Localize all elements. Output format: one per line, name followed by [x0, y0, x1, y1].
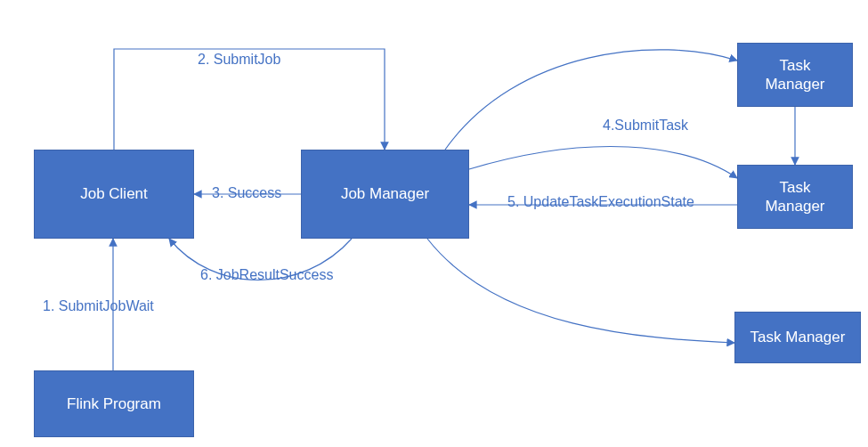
node-label: Job Client — [80, 184, 148, 203]
node-task-manager-mid: Task Manager — [737, 165, 853, 229]
label-submitjobwait: 1. SubmitJobWait — [43, 298, 154, 314]
node-label: Task Manager — [750, 328, 846, 346]
node-job-manager: Job Manager — [301, 150, 469, 239]
node-label: Task Manager — [765, 178, 824, 216]
label-success: 3. Success — [212, 185, 281, 201]
node-label: Flink Program — [67, 394, 161, 413]
label-updatetaskexecutionstate: 5. UpdateTaskExecutionState — [507, 194, 694, 210]
node-job-client: Job Client — [34, 150, 194, 239]
node-task-manager-bot: Task Manager — [734, 312, 861, 363]
label-submittask: 4.SubmitTask — [603, 118, 688, 134]
node-label: Job Manager — [341, 184, 429, 203]
edge-submittask-top — [445, 50, 737, 150]
edge-submittask-bot — [427, 239, 734, 343]
node-task-manager-top: Task Manager — [737, 43, 853, 107]
label-submitjob: 2. SubmitJob — [198, 52, 280, 68]
node-flink-program: Flink Program — [34, 370, 194, 437]
node-label: Task Manager — [765, 56, 824, 94]
edge-submittask-mid — [469, 147, 737, 178]
label-jobresultsuccess: 6. JobResultSuccess — [200, 267, 333, 283]
